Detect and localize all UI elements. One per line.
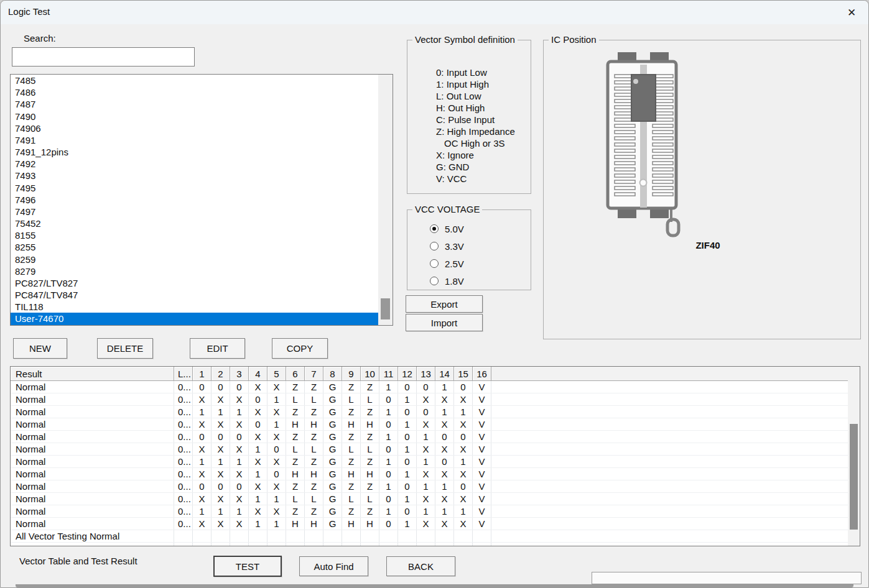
vcc-option[interactable]: 5.0V [430, 220, 464, 237]
device-list-item[interactable]: 7487 [11, 98, 393, 110]
table-row[interactable]: Normal0...111XXZZGZZ10011V [11, 406, 848, 418]
device-list-item[interactable]: 8255 [11, 241, 393, 253]
pin-cell: G [323, 406, 342, 418]
pin-cell: V [473, 468, 491, 480]
pin-cell: Z [361, 480, 379, 492]
device-list-item[interactable]: 74906 [11, 122, 393, 134]
device-list-item[interactable]: PC827/LTV827 [11, 277, 393, 289]
test-button[interactable]: TEST [213, 556, 282, 577]
device-list-item[interactable]: PC847/LTV847 [11, 289, 393, 301]
vcc-option[interactable]: 1.8V [430, 272, 464, 290]
table-header-cell[interactable]: 12 [398, 367, 417, 381]
pin-cell: G [323, 518, 342, 530]
close-icon[interactable]: ✕ [842, 4, 861, 21]
table-row[interactable]: Normal0...XXX01HHGHH01XXXV [11, 418, 848, 431]
device-list-item[interactable]: 7491 [11, 134, 393, 146]
pin-cell: 0 [267, 443, 286, 455]
result-cell: Normal [11, 505, 174, 517]
device-list-item[interactable]: 75452 [11, 218, 393, 229]
auto-find-button[interactable]: Auto Find [299, 556, 368, 576]
pin-cell: X [435, 518, 454, 530]
pin-cell: 1 [398, 443, 417, 455]
table-header-cell[interactable]: 2 [211, 367, 230, 381]
table-row[interactable]: Normal0...000XXZZGZZ10110V [11, 480, 848, 493]
table-header-cell[interactable]: 16 [473, 367, 491, 381]
pin-cell: G [323, 431, 342, 443]
table-header-cell[interactable]: 3 [230, 367, 249, 381]
socket-name-label: ZIF40 [685, 240, 730, 250]
table-header-cell[interactable]: 9 [342, 367, 361, 381]
device-listbox: 74857486748774907490674917491_12pins7492… [10, 74, 393, 326]
vector-symbol-group-title: Vector Symbol definition [412, 34, 518, 45]
search-input[interactable] [12, 47, 195, 67]
import-button[interactable]: Import [406, 314, 483, 331]
device-list-item[interactable]: 7495 [11, 182, 393, 194]
table-header-cell[interactable]: 5 [267, 367, 286, 381]
table-header-cell[interactable]: 15 [454, 367, 473, 381]
edit-button[interactable]: EDIT [190, 338, 245, 359]
vcc-option[interactable]: 3.3V [430, 237, 464, 255]
table-header-cell[interactable]: Result [11, 367, 174, 381]
table-row[interactable]: Normal0...XXX10HHGHH01XXXV [11, 468, 848, 480]
table-header-cell[interactable]: 4 [249, 367, 267, 381]
device-list-item[interactable]: 8259 [11, 254, 393, 265]
copy-button[interactable]: COPY [272, 338, 328, 359]
new-button[interactable]: NEW [13, 338, 67, 359]
pin-cell: X [417, 468, 435, 480]
back-button[interactable]: BACK [386, 556, 455, 576]
table-row[interactable]: Normal0...000XXZZGZZ10100V [11, 431, 848, 443]
pin-cell: X [435, 443, 454, 455]
device-list-item[interactable]: TIL118 [11, 301, 393, 313]
pin-cell: 1 [454, 505, 473, 517]
device-list-scrollbar-thumb[interactable] [381, 298, 390, 319]
vector-symbol-line: L: Out Low [436, 90, 515, 102]
vcc-options: 5.0V3.3V2.5V1.8V [430, 220, 464, 290]
device-list-item[interactable]: 7497 [11, 206, 393, 218]
device-list-item[interactable]: 8279 [11, 265, 393, 277]
table-header-cell[interactable]: 6 [286, 367, 305, 381]
table-row[interactable]: Normal0...XXX10LLGLL01XXXV [11, 443, 848, 456]
device-list-item[interactable]: 7493 [11, 170, 393, 181]
device-list-scrollbar[interactable] [378, 75, 393, 325]
pin-cell: 0 [379, 493, 398, 505]
device-list-item[interactable]: 7486 [11, 86, 393, 98]
delete-button[interactable]: DELETE [97, 338, 153, 359]
radio-button-icon[interactable] [430, 259, 439, 268]
device-list-item[interactable]: 7491_12pins [11, 146, 393, 158]
result-cell: Normal [11, 456, 174, 467]
radio-button-icon[interactable] [430, 224, 439, 233]
table-header-cell[interactable]: 13 [417, 367, 435, 381]
pin-cell: X [193, 518, 211, 530]
device-list-item[interactable]: 7492 [11, 158, 393, 170]
device-list-item[interactable]: User-74670 [11, 313, 378, 324]
table-header-cell[interactable]: 8 [323, 367, 342, 381]
table-row[interactable]: Normal0...111XXZZGZZ10111V [11, 505, 848, 518]
table-header-cell[interactable]: 7 [305, 367, 323, 381]
vcc-option[interactable]: 2.5V [430, 255, 464, 272]
vcc-option-label: 2.5V [445, 259, 464, 269]
table-header-cell[interactable]: 11 [379, 367, 398, 381]
table-row[interactable]: Normal0...111XXZZGZZ10101V [11, 456, 848, 468]
export-button[interactable]: Export [406, 295, 483, 313]
radio-button-icon[interactable] [430, 277, 439, 285]
table-header-cell[interactable]: 1 [193, 367, 211, 381]
table-row[interactable]: Normal0...XXX11HHGHH01XXXV [11, 518, 848, 530]
table-scrollbar-thumb[interactable] [850, 424, 858, 530]
table-header-cell[interactable]: 14 [435, 367, 454, 381]
pin-cell: 1 [398, 393, 417, 405]
pin-cell: X [435, 493, 454, 505]
vcc-option-label: 5.0V [445, 224, 464, 234]
radio-button-icon[interactable] [430, 242, 439, 250]
device-list-item[interactable]: 8155 [11, 229, 393, 241]
device-list-item[interactable]: 7485 [11, 75, 393, 86]
pin-cell: G [323, 493, 342, 505]
table-header-cell[interactable]: 10 [361, 367, 379, 381]
device-list-item[interactable]: 7496 [11, 194, 393, 206]
table-header-cell[interactable]: L... [174, 367, 193, 381]
table-row[interactable]: Normal0...000XXZZGZZ10010V [11, 381, 848, 393]
table-scrollbar[interactable] [848, 367, 860, 546]
table-row[interactable]: Normal0...XXX01LLGLL01XXXV [11, 393, 848, 406]
pin-cell: 1 [249, 518, 267, 530]
table-row[interactable]: Normal0...XXX11LLGLL01XXXV [11, 493, 848, 505]
device-list-item[interactable]: 7490 [11, 111, 393, 122]
